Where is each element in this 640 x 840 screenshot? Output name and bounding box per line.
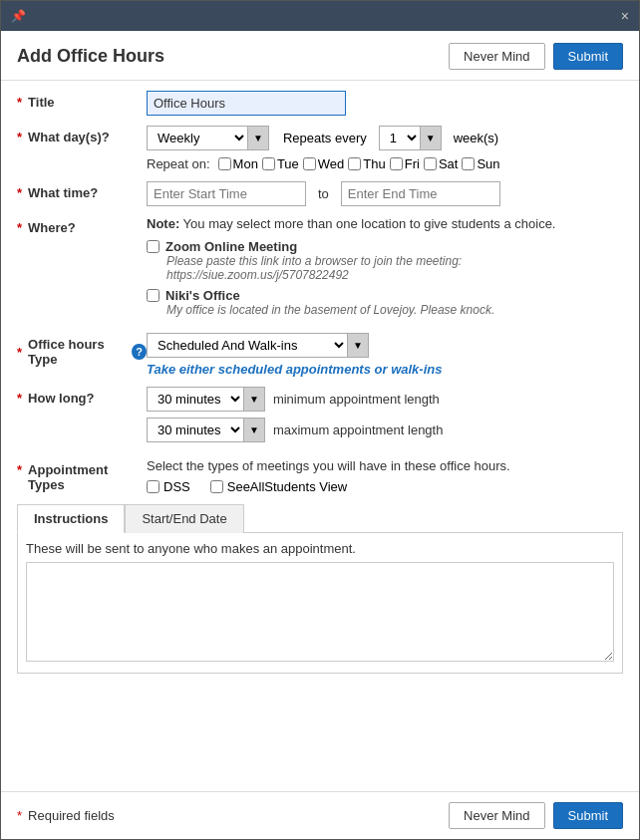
what-days-label: * What day(s)?	[17, 126, 147, 144]
min-duration-wrapper: 30 minutes ▼	[147, 387, 265, 412]
how-long-label: * How long?	[17, 387, 147, 406]
where-required-star: *	[17, 220, 22, 235]
end-time-input[interactable]	[341, 181, 500, 206]
day-checkbox-thu[interactable]	[348, 157, 361, 170]
close-icon[interactable]: ×	[621, 8, 629, 24]
what-time-content: to	[147, 181, 623, 206]
nikis-office-label: Niki's Office	[165, 288, 240, 303]
required-fields-label: Required fields	[28, 808, 115, 823]
appt-types-note: Select the types of meetings you will ha…	[147, 458, 623, 473]
day-checkbox-sat[interactable]	[424, 157, 437, 170]
weeks-label: week(s)	[454, 131, 499, 145]
where-label: * Where?	[17, 216, 147, 235]
what-time-label: * What time?	[17, 181, 147, 200]
see-all-students-label: SeeAllStudents View	[227, 479, 347, 494]
day-checkbox-fri[interactable]	[390, 157, 403, 170]
what-days-row: * What day(s)? Weekly ▼ Repeats every 1	[17, 126, 623, 171]
office-hours-type-content: Scheduled And Walk-ins ▼ Take either sch…	[147, 333, 623, 377]
appt-checkboxes: DSS SeeAllStudents View	[147, 479, 623, 494]
day-checkbox-sun[interactable]	[462, 157, 475, 170]
frequency-select-wrapper: Weekly ▼	[147, 126, 269, 150]
min-duration-select[interactable]: 30 minutes	[148, 388, 243, 411]
day-label-sun: Sun	[477, 156, 499, 171]
how-long-content: 30 minutes ▼ minimum appointment length …	[147, 387, 623, 448]
instructions-textarea[interactable]	[26, 562, 614, 662]
appointment-types-content: Select the types of meetings you will ha…	[147, 458, 623, 494]
note-prefix: Note:	[147, 216, 179, 231]
repeats-every-select[interactable]: 1	[380, 127, 420, 149]
min-duration-arrow[interactable]: ▼	[243, 388, 264, 411]
form-body: * Title * What day(s)? Weekly ▼	[1, 81, 639, 791]
repeats-every-wrapper: 1 ▼	[379, 126, 442, 150]
repeat-on-label: Repeat on:	[147, 156, 210, 171]
day-item-wed: Wed	[303, 156, 345, 171]
day-label-mon: Mon	[233, 156, 258, 171]
tabs-section: Instructions Start/End Date These will b…	[17, 504, 623, 674]
max-duration-label: maximum appointment length	[273, 422, 444, 437]
zoom-desc: Please paste this link into a browser to…	[166, 254, 623, 282]
day-label-tue: Tue	[277, 156, 299, 171]
max-duration-arrow[interactable]: ▼	[243, 419, 264, 441]
day-row: Repeat on: Mon Tue Wed	[147, 156, 623, 171]
tab-instructions[interactable]: Instructions	[17, 504, 125, 533]
what-days-content: Weekly ▼ Repeats every 1 ▼ week(s) Repea…	[147, 126, 623, 171]
tab-instructions-content: These will be sent to anyone who makes a…	[17, 532, 623, 674]
where-content: Note: You may select more than one locat…	[147, 216, 623, 323]
frequency-dropdown-arrow[interactable]: ▼	[247, 127, 268, 149]
footer-required-star: *	[17, 808, 22, 823]
title-field-content	[147, 91, 623, 116]
type-dropdown-arrow[interactable]: ▼	[347, 334, 368, 357]
day-item-sun: Sun	[462, 156, 499, 171]
max-duration-wrapper: 30 minutes ▼	[147, 418, 265, 442]
add-office-hours-dialog: 📌 × Add Office Hours Never Mind Submit *…	[0, 0, 640, 840]
repeat-row: Weekly ▼ Repeats every 1 ▼ week(s)	[147, 126, 623, 150]
instructions-hint: These will be sent to anyone who makes a…	[26, 541, 614, 556]
appointment-types-label: * Appointment Types	[17, 458, 147, 492]
tabs-header: Instructions Start/End Date	[17, 504, 623, 532]
how-long-row: * How long? 30 minutes ▼ minimum appoint…	[17, 387, 623, 448]
nikis-office-desc: My office is located in the basement of …	[166, 303, 623, 317]
required-note: * Required fields	[17, 808, 115, 823]
header-buttons: Never Mind Submit	[449, 43, 623, 70]
never-mind-button-bottom[interactable]: Never Mind	[449, 802, 544, 829]
start-time-input[interactable]	[147, 181, 306, 206]
dialog-title: Add Office Hours	[17, 46, 164, 67]
day-item-tue: Tue	[262, 156, 299, 171]
day-label-fri: Fri	[405, 156, 420, 171]
help-icon[interactable]: ?	[132, 344, 147, 360]
min-duration-label: minimum appointment length	[273, 392, 440, 407]
never-mind-button-top[interactable]: Never Mind	[449, 43, 544, 70]
zoom-checkbox[interactable]	[147, 240, 160, 253]
where-note: Note: You may select more than one locat…	[147, 216, 623, 231]
day-checkbox-wed[interactable]	[303, 157, 316, 170]
appt-required-star: *	[17, 462, 22, 477]
title-label: * Title	[17, 91, 147, 110]
days-required-star: *	[17, 130, 22, 144]
time-required-star: *	[17, 185, 22, 200]
day-item-fri: Fri	[390, 156, 420, 171]
tab-start-end-date[interactable]: Start/End Date	[125, 504, 243, 533]
appointment-types-row: * Appointment Types Select the types of …	[17, 458, 623, 494]
dss-checkbox[interactable]	[147, 480, 160, 493]
title-required-star: *	[17, 95, 22, 110]
frequency-select[interactable]: Weekly	[148, 127, 247, 149]
what-time-row: * What time? to	[17, 181, 623, 206]
submit-button-top[interactable]: Submit	[553, 43, 623, 70]
max-duration-select[interactable]: 30 minutes	[148, 419, 243, 441]
nikis-office-checkbox[interactable]	[147, 289, 160, 302]
day-checkbox-tue[interactable]	[262, 157, 275, 170]
dialog-header: Add Office Hours Never Mind Submit	[1, 31, 639, 81]
day-label-wed: Wed	[318, 156, 345, 171]
title-input[interactable]	[147, 91, 346, 116]
dss-label: DSS	[163, 479, 190, 494]
submit-button-bottom[interactable]: Submit	[553, 802, 623, 829]
day-checkbox-mon[interactable]	[218, 157, 231, 170]
office-hours-type-row: * Office hours Type ? Scheduled And Walk…	[17, 333, 623, 377]
day-label-thu: Thu	[363, 156, 385, 171]
type-select[interactable]: Scheduled And Walk-ins	[148, 334, 347, 357]
repeats-every-arrow[interactable]: ▼	[420, 127, 441, 149]
title-bar: 📌 ×	[1, 1, 639, 31]
min-duration-row: 30 minutes ▼ minimum appointment length	[147, 387, 623, 412]
title-row: * Title	[17, 91, 623, 116]
see-all-students-checkbox[interactable]	[210, 480, 223, 493]
